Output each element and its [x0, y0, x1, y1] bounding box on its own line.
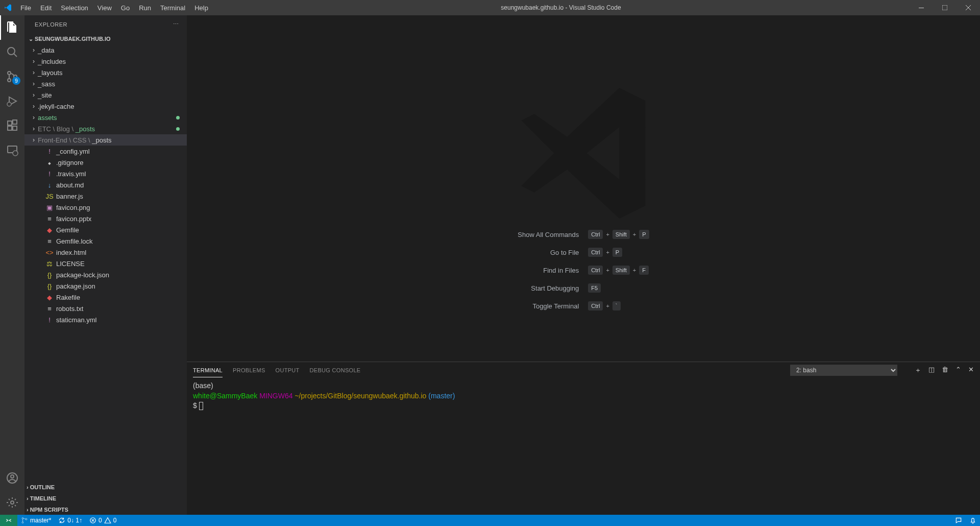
- activity-explorer[interactable]: [0, 15, 24, 40]
- activity-scm[interactable]: 9: [0, 64, 24, 89]
- folder-row[interactable]: ›.jekyll-cache: [24, 101, 187, 112]
- file-row[interactable]: ›!.travis.yml: [24, 168, 187, 179]
- keycap: Ctrl: [588, 266, 603, 275]
- activity-settings[interactable]: [0, 490, 24, 515]
- activity-search[interactable]: [0, 40, 24, 64]
- kill-terminal-icon[interactable]: 🗑: [942, 366, 948, 375]
- file-label: favicon.pptx: [56, 215, 91, 223]
- file-icon: ⬥: [45, 159, 54, 166]
- folder-row[interactable]: ›_includes: [24, 56, 187, 67]
- status-branch[interactable]: master*: [17, 515, 55, 526]
- file-row[interactable]: ›↓about.md: [24, 179, 187, 190]
- file-label: package.json: [56, 282, 95, 290]
- section-timeline[interactable]: › TIMELINE: [24, 492, 187, 504]
- folder-row[interactable]: ›_layouts: [24, 67, 187, 78]
- panel-tab-terminal[interactable]: TERMINAL: [193, 364, 223, 377]
- panel-tab-debug-console[interactable]: DEBUG CONSOLE: [310, 364, 361, 377]
- explorer-header: EXPLORER ⋯: [24, 15, 187, 33]
- chevron-right-icon: ›: [30, 69, 38, 76]
- file-tree: ›_data›_includes›_layouts›_sass›_site›.j…: [24, 44, 187, 481]
- status-feedback[interactable]: [951, 515, 966, 526]
- file-label: .gitignore: [56, 159, 83, 166]
- status-problems[interactable]: 0 0: [86, 515, 120, 526]
- menu-go[interactable]: Go: [117, 2, 134, 14]
- panel-tab-output[interactable]: OUTPUT: [276, 364, 300, 377]
- shortcut-label: Go to File: [518, 249, 579, 256]
- activity-debug[interactable]: [0, 89, 24, 113]
- explorer-root-header[interactable]: ⌄ SEUNGWUBAEK.GITHUB.IO: [24, 33, 187, 44]
- maximize-button[interactable]: [933, 0, 957, 15]
- terminal-content[interactable]: (base) white@SammyBaek MINGW64 ~/project…: [187, 379, 980, 515]
- svg-rect-0: [919, 8, 924, 8]
- chevron-right-icon: ›: [30, 125, 38, 132]
- menu-selection[interactable]: Selection: [57, 2, 92, 14]
- file-icon: {}: [45, 271, 54, 279]
- file-row[interactable]: ›!_config.yml: [24, 146, 187, 157]
- keycap: `: [612, 301, 621, 310]
- section-outline[interactable]: › OUTLINE: [24, 481, 187, 492]
- file-row[interactable]: ›≡robots.txt: [24, 303, 187, 314]
- menu-terminal[interactable]: Terminal: [156, 2, 189, 14]
- file-row[interactable]: ›◆Gemfile: [24, 224, 187, 235]
- status-remote[interactable]: [0, 515, 17, 526]
- folder-row[interactable]: ›_site: [24, 89, 187, 101]
- terminal-line: (base): [193, 381, 974, 391]
- folder-row[interactable]: ›Front-End \ CSS \ _posts: [24, 134, 187, 146]
- folder-label: _data: [38, 46, 55, 54]
- minimize-button[interactable]: [910, 0, 933, 15]
- menu-run[interactable]: Run: [135, 2, 155, 14]
- split-terminal-icon[interactable]: ◫: [928, 366, 935, 375]
- file-icon: <>: [45, 249, 54, 256]
- file-row[interactable]: ›≡Gemfile.lock: [24, 235, 187, 247]
- menu-file[interactable]: File: [16, 2, 35, 14]
- activity-extensions[interactable]: [0, 113, 24, 138]
- terminal-select[interactable]: 2: bash: [790, 365, 897, 376]
- terminal-line: white@SammyBaek MINGW64 ~/projects/GitBl…: [193, 391, 974, 401]
- window-controls: [910, 0, 980, 15]
- folder-row[interactable]: ›ETC \ Blog \ _posts: [24, 123, 187, 134]
- folder-row[interactable]: ›_sass: [24, 78, 187, 89]
- statusbar: master* 0↓ 1↑ 0 0: [0, 515, 980, 526]
- folder-label: assets: [38, 114, 57, 122]
- file-row[interactable]: ›⚖LICENSE: [24, 258, 187, 269]
- svg-point-6: [7, 102, 11, 106]
- panel-close-icon[interactable]: ✕: [968, 366, 974, 375]
- editor-area: Show All CommandsCtrl+Shift+PGo to FileC…: [187, 15, 980, 515]
- file-row[interactable]: ›≡favicon.pptx: [24, 213, 187, 224]
- panel-maximize-icon[interactable]: ⌃: [955, 366, 961, 375]
- menu-help[interactable]: Help: [190, 2, 212, 14]
- new-terminal-icon[interactable]: ＋: [915, 366, 921, 375]
- status-notifications[interactable]: [966, 515, 980, 526]
- folder-row[interactable]: ›_data: [24, 44, 187, 56]
- file-row[interactable]: ›JSbanner.js: [24, 190, 187, 202]
- folder-label: _includes: [38, 58, 66, 65]
- activity-remote-explorer[interactable]: [0, 138, 24, 162]
- file-row[interactable]: ›{}package-lock.json: [24, 269, 187, 280]
- search-icon: [6, 46, 18, 58]
- file-row[interactable]: ›{}package.json: [24, 280, 187, 292]
- explorer-sidebar: EXPLORER ⋯ ⌄ SEUNGWUBAEK.GITHUB.IO ›_dat…: [24, 15, 187, 515]
- status-sync[interactable]: 0↓ 1↑: [55, 515, 86, 526]
- file-row[interactable]: ›◆Rakefile: [24, 292, 187, 303]
- activity-accounts[interactable]: [0, 466, 24, 490]
- remote-explorer-icon: [6, 144, 18, 156]
- shortcut-keys: Ctrl+Shift+F: [588, 266, 649, 275]
- explorer-title: EXPLORER: [35, 21, 67, 28]
- section-npm-scripts[interactable]: › NPM SCRIPTS: [24, 504, 187, 515]
- panel-tab-problems[interactable]: PROBLEMS: [233, 364, 265, 377]
- menu-view[interactable]: View: [93, 2, 116, 14]
- cursor-icon: [199, 402, 203, 410]
- terminal-prompt: $: [193, 401, 974, 411]
- explorer-more-icon[interactable]: ⋯: [173, 21, 179, 28]
- file-row[interactable]: ›⬥.gitignore: [24, 157, 187, 168]
- file-row[interactable]: ›▣favicon.png: [24, 202, 187, 213]
- file-row[interactable]: ›!staticman.yml: [24, 314, 187, 325]
- titlebar: File Edit Selection View Go Run Terminal…: [0, 0, 980, 15]
- file-icon: ▣: [45, 204, 54, 211]
- menu-edit[interactable]: Edit: [36, 2, 56, 14]
- file-icon: ↓: [45, 181, 54, 189]
- close-button[interactable]: [957, 0, 980, 15]
- file-row[interactable]: ›<>index.html: [24, 247, 187, 258]
- folder-row[interactable]: ›assets: [24, 112, 187, 123]
- files-icon: [6, 21, 18, 34]
